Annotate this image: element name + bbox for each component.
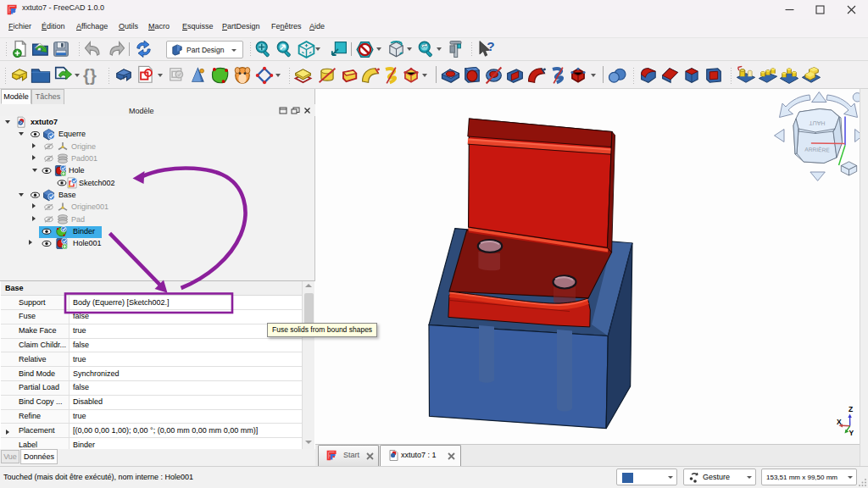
svg-text:HAUT: HAUT <box>809 120 826 126</box>
svg-text:{}: {} <box>83 66 97 85</box>
svg-text:X: X <box>837 418 842 426</box>
svg-text:?: ? <box>487 39 494 53</box>
svg-text:Y: Y <box>849 429 854 437</box>
svg-text:ARRIÈRE: ARRIÈRE <box>804 145 830 152</box>
svg-text:Z: Z <box>849 405 853 413</box>
